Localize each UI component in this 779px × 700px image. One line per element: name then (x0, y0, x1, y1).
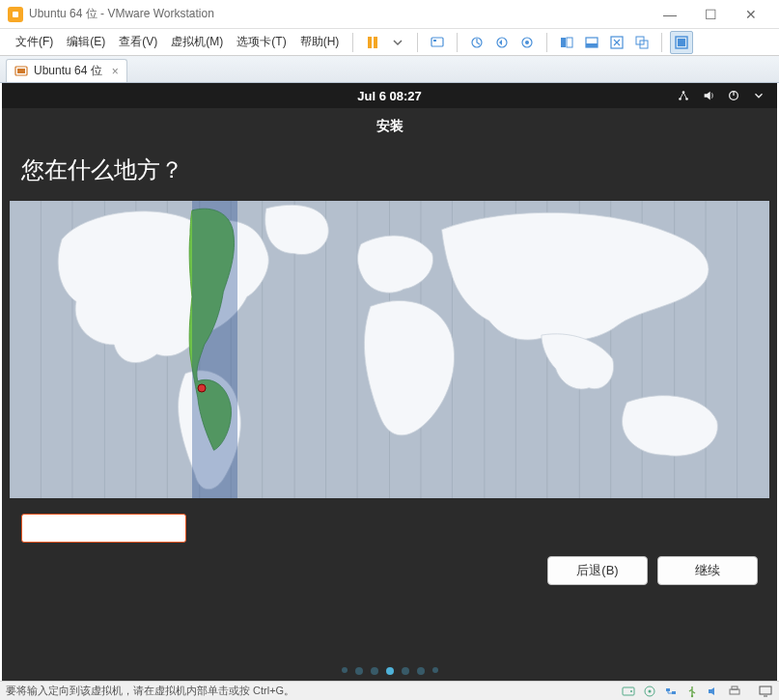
page-dot (417, 667, 425, 675)
chevron-down-icon[interactable] (752, 89, 765, 102)
revert-snapshot-icon[interactable] (490, 31, 514, 54)
menu-tabs[interactable]: 选项卡(T) (231, 30, 292, 54)
device-network-icon[interactable] (663, 684, 679, 699)
installer-window: 安装 您在什么地方？ (2, 108, 777, 681)
vm-tab-icon (14, 65, 28, 78)
toolbar-separator (661, 33, 662, 52)
device-display-icon[interactable] (758, 684, 773, 699)
svg-rect-4 (431, 38, 443, 46)
svg-rect-59 (732, 686, 737, 689)
network-icon[interactable] (677, 89, 690, 102)
window-title: Ubuntu 64 位 - VMware Workstation (29, 6, 650, 22)
svg-rect-20 (17, 69, 25, 73)
manage-snapshot-icon[interactable] (515, 31, 539, 54)
installer-question: 您在什么地方？ (2, 145, 777, 201)
installer-title: 安装 (2, 108, 777, 145)
show-console-icon[interactable] (555, 31, 578, 54)
device-printer-icon[interactable] (727, 684, 742, 699)
unity-icon[interactable] (630, 31, 654, 54)
svg-rect-10 (561, 38, 566, 47)
world-map-svg (10, 201, 769, 498)
svg-rect-60 (760, 686, 771, 694)
maximize-button[interactable]: ☐ (690, 0, 731, 29)
snapshot-icon[interactable] (465, 31, 488, 54)
tab-close-icon[interactable]: × (112, 65, 119, 78)
toolbar-separator (457, 33, 458, 52)
close-button[interactable]: ✕ (731, 0, 771, 29)
device-sound-icon[interactable] (706, 684, 721, 699)
status-tray (621, 684, 773, 699)
vmware-app-icon (8, 7, 23, 22)
svg-rect-2 (368, 37, 372, 48)
page-dot (371, 667, 378, 675)
svg-rect-1 (13, 12, 18, 17)
page-dot (432, 667, 438, 673)
device-disk-icon[interactable] (621, 684, 636, 699)
timezone-map[interactable] (10, 201, 769, 498)
menu-view[interactable]: 查看(V) (113, 30, 163, 54)
svg-rect-58 (730, 689, 739, 694)
fit-guest-icon[interactable] (605, 31, 628, 54)
vm-display[interactable]: Jul 6 08:27 安装 您在什么地方？ (2, 83, 777, 681)
page-dot (355, 667, 363, 675)
toolbar-separator (546, 33, 547, 52)
play-dropdown-icon[interactable] (386, 31, 409, 54)
ubuntu-topbar: Jul 6 08:27 (2, 83, 777, 108)
toolbar-separator (417, 33, 418, 52)
svg-rect-5 (433, 40, 436, 42)
clock: Jul 6 08:27 (357, 89, 422, 103)
page-dot-active (386, 667, 394, 675)
status-hint: 要将输入定向到该虚拟机，请在虚拟机内部单击或按 Ctrl+G。 (6, 684, 294, 698)
vm-tab[interactable]: Ubuntu 64 位 × (6, 59, 127, 82)
page-indicator (342, 667, 438, 675)
pause-button[interactable] (361, 31, 384, 54)
volume-icon[interactable] (702, 89, 715, 102)
svg-rect-13 (586, 43, 598, 47)
statusbar: 要将输入定向到该虚拟机，请在虚拟机内部单击或按 Ctrl+G。 (0, 681, 779, 700)
svg-point-57 (691, 694, 693, 696)
page-dot (402, 667, 409, 675)
back-button[interactable]: 后退(B) (547, 556, 648, 585)
svg-rect-51 (623, 687, 634, 695)
svg-rect-11 (567, 38, 572, 47)
device-cd-icon[interactable] (642, 684, 657, 699)
continue-button[interactable]: 继续 (657, 556, 758, 585)
svg-rect-18 (678, 39, 685, 46)
view-mode-icon[interactable] (580, 31, 603, 54)
svg-point-54 (649, 689, 652, 692)
svg-point-52 (630, 690, 632, 692)
system-tray[interactable] (677, 89, 765, 102)
menubar: 文件(F) 编辑(E) 查看(V) 虚拟机(M) 选项卡(T) 帮助(H) (0, 29, 779, 56)
fullscreen-icon[interactable] (670, 31, 693, 54)
location-input[interactable] (21, 514, 186, 543)
svg-point-9 (525, 41, 529, 44)
menu-file[interactable]: 文件(F) (10, 30, 59, 54)
window-titlebar: Ubuntu 64 位 - VMware Workstation — ☐ ✕ (0, 0, 779, 29)
vm-tab-label: Ubuntu 64 位 (34, 63, 102, 79)
send-ctrl-alt-del-icon[interactable] (426, 31, 449, 54)
svg-rect-3 (374, 37, 377, 48)
toolbar-separator (352, 33, 353, 52)
svg-rect-55 (666, 688, 670, 691)
menu-edit[interactable]: 编辑(E) (61, 30, 111, 54)
tabbar: Ubuntu 64 位 × (0, 56, 779, 83)
menu-vm[interactable]: 虚拟机(M) (165, 30, 229, 54)
page-dot (342, 667, 348, 673)
minimize-button[interactable]: — (650, 0, 690, 29)
power-icon[interactable] (727, 89, 740, 102)
menu-help[interactable]: 帮助(H) (294, 30, 346, 54)
nav-buttons: 后退(B) 继续 (2, 543, 777, 599)
device-usb-icon[interactable] (684, 684, 700, 699)
